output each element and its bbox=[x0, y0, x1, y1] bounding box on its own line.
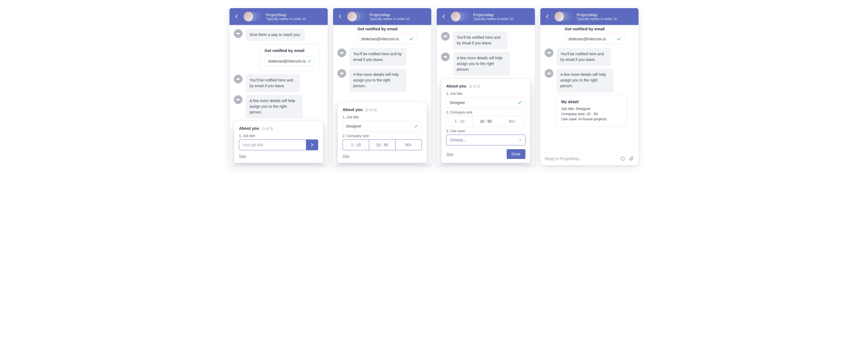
jobtitle-input-wrap bbox=[239, 139, 318, 150]
message: A few more details will help assign you … bbox=[246, 95, 303, 118]
sheet-title: About you bbox=[343, 107, 363, 112]
sheet-title: About you bbox=[239, 126, 259, 131]
usecase-select[interactable]: Choose... bbox=[446, 135, 525, 145]
jobtitle-value: Designer bbox=[346, 124, 361, 128]
svg-point-9 bbox=[621, 157, 625, 161]
avatar-stack bbox=[244, 11, 261, 22]
summary-title: My detail bbox=[561, 99, 622, 104]
app-title: ProjectMap bbox=[473, 12, 513, 17]
sheet-title: About you bbox=[446, 84, 466, 88]
message: You'll be notified here and by email if … bbox=[557, 48, 611, 66]
message: You'll be notified here and by email if … bbox=[349, 48, 406, 66]
composer-placeholder: Reply to ProjectMap... bbox=[545, 156, 617, 161]
about-sheet: About you (1 of 3) 1. Job title Designer… bbox=[441, 78, 531, 163]
back-button[interactable] bbox=[234, 14, 239, 19]
operator-icon bbox=[234, 75, 243, 83]
companysize-option-selected[interactable]: 10 - 50 bbox=[473, 116, 499, 127]
summary-companysize: Company size: 10 - 50 bbox=[561, 112, 622, 116]
svg-rect-1 bbox=[237, 78, 240, 80]
back-button[interactable] bbox=[441, 14, 446, 19]
message: A few more details will help assign you … bbox=[557, 69, 614, 92]
companysize-option[interactable]: 10 - 50 bbox=[369, 140, 396, 150]
email-value: shekman@intercom.io bbox=[568, 37, 606, 41]
svg-rect-7 bbox=[547, 52, 551, 54]
sheet-progress: (1 of 3) bbox=[469, 84, 480, 88]
chevron-left-icon bbox=[441, 14, 446, 19]
email-field[interactable]: shekman@intercom.io bbox=[358, 34, 417, 44]
field-label-jobtitle: 1. Job title bbox=[239, 134, 318, 138]
summary-card: My detail Job title: Designer Company si… bbox=[557, 95, 627, 127]
email-value: shekman@intercom.io bbox=[361, 37, 399, 41]
jobtitle-value: Designer bbox=[450, 101, 465, 105]
email-value: shekman@intercom.io bbox=[268, 59, 306, 63]
reply-time: Typically replies in under 1h bbox=[266, 17, 306, 21]
check-icon bbox=[518, 101, 522, 105]
summary-jobtitle: Job title: Designer bbox=[561, 107, 622, 111]
composer[interactable]: Reply to ProjectMap... bbox=[540, 152, 639, 165]
jobtitle-filled[interactable]: Designer bbox=[343, 121, 422, 132]
about-sheet: About you (1 of 3) 1. Job title Skip bbox=[234, 121, 323, 163]
check-icon bbox=[409, 37, 414, 41]
companysize-segmented: 1 - 10 10 - 50 50+ bbox=[343, 139, 422, 150]
avatar-stack bbox=[554, 11, 572, 22]
email-card-title: Get notified by email bbox=[358, 27, 427, 31]
operator-icon bbox=[234, 29, 243, 38]
field-label-usecase: 3. Use case bbox=[446, 129, 525, 133]
svg-rect-5 bbox=[444, 35, 447, 37]
app-title: ProjectMap bbox=[369, 12, 410, 17]
chevron-left-icon bbox=[337, 14, 343, 19]
screen-2: ProjectMap Typically replies in under 1h… bbox=[333, 8, 431, 165]
companysize-option[interactable]: 50+ bbox=[499, 116, 525, 127]
companysize-option[interactable]: 50+ bbox=[396, 140, 422, 150]
chevron-left-icon bbox=[234, 14, 239, 19]
jobtitle-filled[interactable]: Designer bbox=[446, 97, 525, 108]
companysize-segmented: 1 - 10 10 - 50 50+ bbox=[446, 116, 525, 127]
svg-rect-8 bbox=[547, 73, 551, 74]
submit-button[interactable] bbox=[306, 140, 318, 150]
screen-3: ProjectMap Typically replies in under 1h… bbox=[437, 8, 535, 165]
email-card-title: Get notified by email bbox=[265, 48, 315, 53]
sheet-progress: (2 of 3) bbox=[365, 108, 376, 112]
email-card-title: Get notified by email bbox=[565, 27, 634, 31]
svg-rect-3 bbox=[340, 52, 343, 54]
field-label-jobtitle: 1. Job title bbox=[446, 92, 525, 96]
header: ProjectMap Typically replies in under 1h bbox=[333, 8, 431, 25]
svg-point-10 bbox=[622, 158, 622, 159]
skip-link[interactable]: Skip bbox=[343, 154, 349, 158]
companysize-option[interactable]: 1 - 10 bbox=[343, 140, 369, 150]
svg-rect-0 bbox=[237, 33, 240, 34]
message: A few more details will help assign you … bbox=[349, 69, 406, 92]
back-button[interactable] bbox=[545, 14, 550, 19]
svg-rect-4 bbox=[340, 73, 343, 74]
header: ProjectMap Typically replies in under 1h bbox=[540, 8, 639, 25]
avatar-stack bbox=[451, 11, 469, 22]
done-button[interactable]: Done bbox=[507, 149, 525, 159]
emoji-icon[interactable] bbox=[620, 156, 625, 162]
jobtitle-input[interactable] bbox=[239, 140, 306, 150]
field-label-jobtitle: 1. Job title bbox=[343, 115, 422, 119]
message: Give them a way to reach you: bbox=[246, 29, 305, 41]
companysize-option[interactable]: 1 - 10 bbox=[446, 116, 473, 127]
attachment-icon[interactable] bbox=[629, 156, 634, 162]
usecase-placeholder: Choose... bbox=[450, 138, 466, 142]
header: ProjectMap Typically replies in under 1h bbox=[229, 8, 328, 25]
chevron-right-icon bbox=[310, 142, 314, 147]
avatar-stack bbox=[347, 11, 365, 22]
check-icon bbox=[307, 59, 311, 63]
svg-point-11 bbox=[623, 158, 624, 159]
message: You'll be notified here and by email if … bbox=[453, 31, 507, 49]
check-icon bbox=[617, 37, 621, 41]
header: ProjectMap Typically replies in under 1h bbox=[437, 8, 535, 25]
about-sheet: About you (2 of 3) 1. Job title Designer… bbox=[337, 102, 427, 163]
screen-4: ProjectMap Typically replies in under 1h… bbox=[540, 8, 639, 165]
email-field[interactable]: shekman@intercom.io bbox=[565, 34, 624, 44]
message: A few more details will help assign you … bbox=[453, 52, 510, 75]
chevron-left-icon bbox=[545, 14, 550, 19]
reply-time: Typically replies in under 1h bbox=[369, 17, 410, 21]
email-field[interactable]: shekman@intercom.io bbox=[265, 56, 315, 66]
operator-icon bbox=[441, 32, 450, 41]
skip-link[interactable]: Skip bbox=[239, 154, 246, 158]
back-button[interactable] bbox=[337, 14, 343, 19]
operator-icon bbox=[441, 52, 450, 61]
skip-link[interactable]: Skip bbox=[446, 152, 453, 156]
